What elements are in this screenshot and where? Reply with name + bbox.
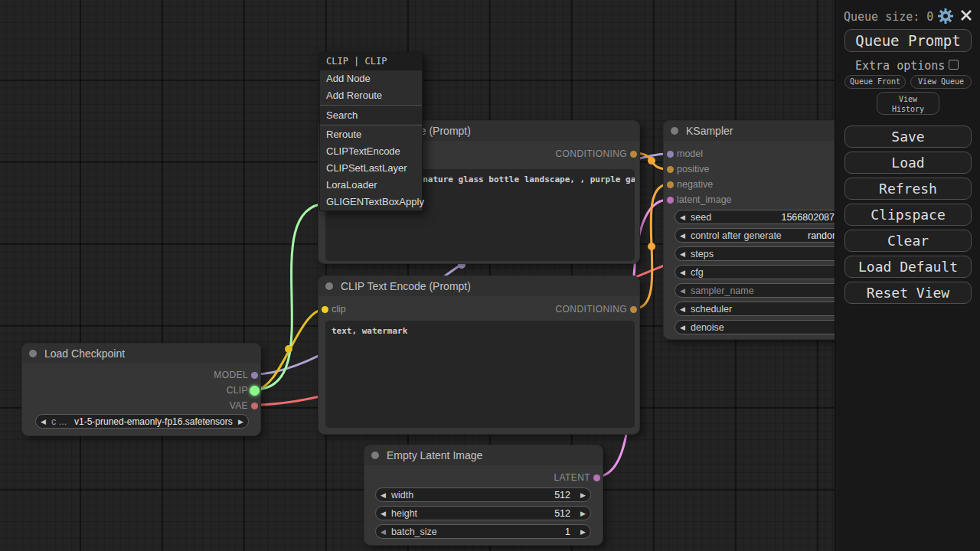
menu-item-gligentextboxapply[interactable]: GLIGENTextBoxApply [320, 194, 422, 210]
extra-options-label: Extra options [855, 59, 945, 73]
clip-output-label: CLIP [227, 385, 248, 396]
queue-front-button[interactable]: Queue Front [844, 75, 906, 89]
menu-item-add-reroute[interactable]: Add Reroute [320, 87, 422, 104]
queue-prompt-button[interactable]: Queue Prompt [844, 29, 972, 52]
node-clip-text-encode-negative[interactable]: CLIP Text Encode (Prompt) [data-name="cl… [318, 276, 640, 435]
widget-label: denoise [691, 321, 724, 334]
queue-size-label: Queue size: 0 [844, 10, 933, 24]
clipspace-button[interactable]: Clipspace [844, 204, 972, 226]
vae-output-dot[interactable] [251, 403, 258, 409]
collapse-dot-icon[interactable] [371, 452, 379, 459]
menu-item-add-node[interactable]: Add Node [320, 70, 422, 87]
load-button[interactable]: Load [844, 152, 972, 174]
clear-button[interactable]: Clear [844, 230, 972, 252]
widget-label: height [391, 507, 417, 520]
node-title: KSampler [686, 125, 733, 137]
widget-label: steps [691, 248, 714, 261]
node-title-bar[interactable]: Empty Latent Image [364, 445, 603, 465]
view-history-button[interactable]: View History [877, 92, 939, 115]
comfy-menu-panel: Queue size: 0 Queue Prompt Extra options… [835, 0, 980, 551]
settings-gear-icon[interactable] [938, 8, 953, 24]
widget-value: 1 [565, 526, 570, 539]
node-load-checkpoint[interactable]: Load Checkpoint MODEL CLIP VAE ◀ c ... v… [21, 343, 261, 436]
widget-value: 1566802087 [781, 211, 835, 224]
conditioning-output-label: CONDITIONING [556, 148, 627, 159]
widget-label: control after generate [691, 230, 782, 243]
menu-item-cliptextencode[interactable]: CLIPTextEncode [320, 143, 422, 160]
decrement-arrow-icon[interactable]: ◀ [680, 321, 685, 334]
decrement-arrow-icon[interactable]: ◀ [381, 526, 386, 539]
graph-canvas[interactable]: CLIP Text Encode (Prompt) clip CONDITION… [0, 0, 835, 551]
collapse-dot-icon[interactable] [325, 282, 333, 290]
positive-input-dot[interactable] [667, 166, 674, 173]
increment-arrow-icon[interactable]: ▶ [580, 489, 586, 502]
widget-value: v1-5-pruned-emaonly-fp16.safetensors [74, 416, 233, 429]
menu-separator [320, 125, 422, 126]
increment-arrow-icon[interactable]: ▶ [580, 507, 586, 520]
conditioning-output-label: CONDITIONING [556, 304, 627, 315]
model-input-label: model [677, 148, 703, 159]
link-midpoint-dot [285, 345, 292, 353]
node-title-bar[interactable]: CLIP Text Encode (Prompt) [318, 276, 639, 296]
conditioning-output-dot[interactable] [630, 306, 637, 313]
menu-item-reroute[interactable]: Reroute [320, 126, 422, 143]
context-menu-header: CLIP | CLIP [320, 53, 422, 70]
collapse-dot-icon[interactable] [671, 127, 678, 135]
increment-arrow-icon[interactable]: ▶ [580, 526, 586, 539]
decrement-arrow-icon[interactable]: ◀ [381, 507, 386, 520]
close-icon[interactable] [960, 9, 972, 21]
prompt-textarea[interactable]: text, watermark [325, 321, 635, 428]
decrement-arrow-icon[interactable]: ◀ [680, 211, 685, 224]
model-output-dot[interactable] [251, 372, 258, 379]
width-widget[interactable]: ◀ width 512 ▶ [375, 487, 591, 502]
decrement-arrow-icon[interactable]: ◀ [41, 416, 46, 429]
node-title-bar[interactable]: Load Checkpoint [22, 344, 260, 364]
model-output-label: MODEL [214, 370, 248, 380]
widget-value: 512 [554, 507, 570, 520]
extra-options-checkbox[interactable] [949, 60, 959, 70]
height-widget[interactable]: ◀ height 512 ▶ [375, 506, 591, 520]
clip-output-dot-highlighted[interactable] [250, 386, 260, 396]
refresh-button[interactable]: Refresh [844, 178, 972, 200]
menu-separator [320, 105, 422, 106]
view-queue-button[interactable]: View Queue [910, 75, 972, 89]
link-midpoint-dot [648, 157, 655, 165]
load-default-button[interactable]: Load Default [844, 256, 972, 278]
batch-size-widget[interactable]: ◀ batch_size 1 ▶ [375, 524, 591, 539]
decrement-arrow-icon[interactable]: ◀ [680, 285, 685, 298]
menu-item-loraloader[interactable]: LoraLoader [320, 177, 422, 194]
comfyui-app: CLIP Text Encode (Prompt) clip CONDITION… [0, 0, 980, 551]
decrement-arrow-icon[interactable]: ◀ [680, 303, 685, 316]
latent-image-input-label: latent_image [677, 194, 732, 205]
node-title: CLIP Text Encode (Prompt) [341, 280, 471, 292]
node-empty-latent-image[interactable]: Empty Latent Image LATENT ◀ width 512 ▶ … [364, 445, 603, 546]
ckpt-name-widget[interactable]: ◀ c ... v1-5-pruned-emaonly-fp16.safeten… [35, 414, 249, 429]
conditioning-output-dot[interactable] [630, 151, 637, 158]
node-title: Load Checkpoint [44, 347, 125, 360]
menu-item-clipsetlastlayer[interactable]: CLIPSetLastLayer [320, 160, 422, 177]
collapse-dot-icon[interactable] [29, 350, 37, 357]
negative-input-label: negative [677, 179, 713, 190]
link-midpoint-dot [648, 243, 655, 250]
latent-image-input-dot[interactable] [667, 197, 674, 204]
widget-label: cfg [691, 266, 704, 279]
decrement-arrow-icon[interactable]: ◀ [680, 266, 685, 279]
node-title: Empty Latent Image [387, 449, 482, 461]
negative-input-dot[interactable] [667, 181, 674, 188]
reset-view-button[interactable]: Reset View [844, 282, 972, 304]
decrement-arrow-icon[interactable]: ◀ [680, 248, 685, 261]
clip-input-dot[interactable] [322, 306, 328, 313]
vae-output-label: VAE [230, 400, 248, 411]
dragging-link-wire [255, 204, 326, 390]
widget-label: c ... [51, 416, 67, 429]
increment-arrow-icon[interactable]: ▶ [238, 416, 243, 429]
widget-label: sampler_name [691, 285, 754, 298]
latent-output-label: LATENT [554, 472, 590, 483]
latent-output-dot[interactable] [593, 474, 600, 481]
save-button[interactable]: Save [844, 126, 972, 148]
positive-input-label: positive [677, 164, 709, 174]
decrement-arrow-icon[interactable]: ◀ [381, 489, 386, 502]
menu-item-search[interactable]: Search [320, 106, 422, 124]
model-input-dot[interactable] [667, 151, 674, 158]
decrement-arrow-icon[interactable]: ◀ [680, 230, 685, 243]
